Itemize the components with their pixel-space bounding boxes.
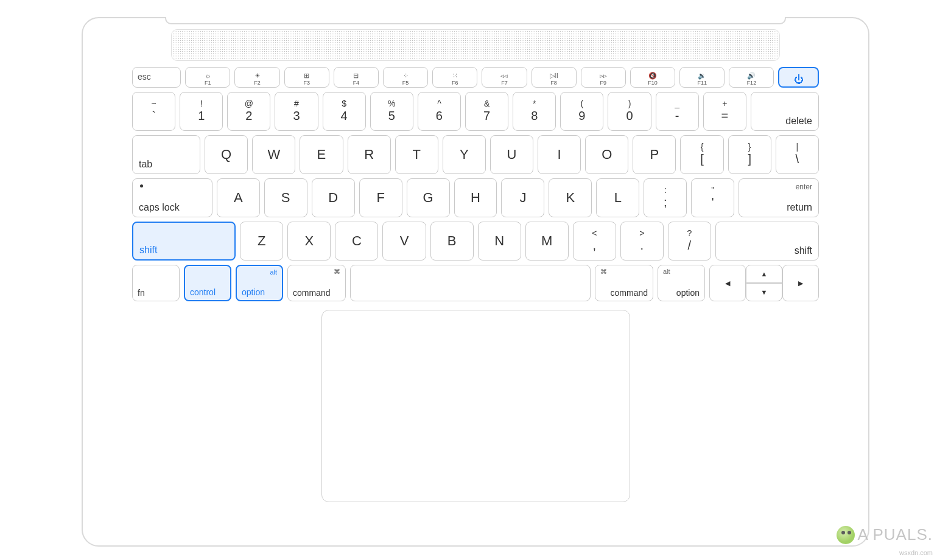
key-q[interactable]: Q (205, 135, 248, 174)
key-4[interactable]: $4 (323, 92, 366, 131)
key-g[interactable]: G (407, 178, 450, 217)
watermark: A PUALS. (837, 525, 933, 544)
key-f[interactable]: F (359, 178, 402, 217)
key-c[interactable]: C (335, 222, 378, 261)
command-icon: ⌘ (600, 268, 607, 276)
launchpad-icon: ⊟ (353, 72, 359, 79)
key-f8[interactable]: ▷IIF8 (532, 67, 577, 88)
speaker-grille (171, 29, 780, 61)
key-m[interactable]: M (525, 222, 569, 261)
key-arrow-right[interactable]: ▶ (782, 265, 819, 301)
key-w[interactable]: W (252, 135, 295, 174)
key-d[interactable]: D (312, 178, 355, 217)
key-i[interactable]: I (538, 135, 581, 174)
key-backtick[interactable]: ~` (132, 92, 175, 131)
command-icon: ⌘ (334, 268, 340, 276)
key-shift-left[interactable]: shift (132, 222, 236, 261)
key-caps-lock[interactable]: caps lock (132, 178, 212, 217)
key-arrow-down[interactable]: ▼ (746, 283, 782, 301)
key-t[interactable]: T (395, 135, 438, 174)
key-f9[interactable]: ▹▹F9 (581, 67, 626, 88)
key-j[interactable]: J (501, 178, 544, 217)
key-a[interactable]: A (217, 178, 260, 217)
key-esc[interactable]: esc (132, 67, 181, 88)
key-power[interactable]: ⏻ (778, 67, 818, 88)
key-o[interactable]: O (585, 135, 628, 174)
play-pause-icon: ▷II (550, 72, 558, 79)
key-command-left[interactable]: ⌘command (287, 265, 346, 301)
key-tab[interactable]: tab (132, 135, 200, 174)
key-quote[interactable]: "' (691, 178, 734, 217)
key-return[interactable]: enterreturn (739, 178, 819, 217)
trackpad[interactable] (321, 310, 630, 502)
hinge (165, 17, 786, 24)
key-backslash[interactable]: |\ (776, 135, 819, 174)
arrow-right-icon: ▶ (798, 279, 803, 287)
key-delete[interactable]: delete (751, 92, 819, 131)
key-arrow-up[interactable]: ▲ (746, 265, 782, 283)
key-h[interactable]: H (454, 178, 497, 217)
key-e[interactable]: E (300, 135, 343, 174)
key-f10[interactable]: 🔇F10 (630, 67, 675, 88)
key-u[interactable]: U (490, 135, 533, 174)
key-shift-right[interactable]: shift (715, 222, 819, 261)
power-icon: ⏻ (794, 74, 804, 85)
key-comma[interactable]: <, (573, 222, 616, 261)
key-8[interactable]: *8 (513, 92, 556, 131)
key-x[interactable]: X (287, 222, 331, 261)
keyboard-bright-icon: ⁙ (452, 72, 458, 79)
key-p[interactable]: P (633, 135, 676, 174)
key-n[interactable]: N (478, 222, 521, 261)
fast-forward-icon: ▹▹ (600, 72, 607, 79)
key-k[interactable]: K (549, 178, 592, 217)
key-f7[interactable]: ◃◃F7 (482, 67, 527, 88)
key-fn[interactable]: fn (132, 265, 180, 301)
key-f2[interactable]: ☀F2 (234, 67, 279, 88)
key-space[interactable] (350, 265, 591, 301)
home-row: caps lock A S D F G H J K L :; "' enterr… (132, 178, 819, 217)
key-minus[interactable]: _- (656, 92, 699, 131)
key-f1[interactable]: ☼F1 (185, 67, 230, 88)
key-5[interactable]: %5 (370, 92, 413, 131)
key-equals[interactable]: += (703, 92, 746, 131)
key-v[interactable]: V (382, 222, 426, 261)
key-option-left[interactable]: altoption (236, 265, 283, 301)
key-bracket-right[interactable]: }] (728, 135, 771, 174)
key-control[interactable]: control (184, 265, 231, 301)
page-background: esc ☼F1 ☀F2 ⊞F3 ⊟F4 ⁘F5 ⁙F6 ◃◃F7 ▷IIF8 ▹… (0, 0, 951, 560)
laptop-frame: esc ☼F1 ☀F2 ⊞F3 ⊟F4 ⁘F5 ⁙F6 ◃◃F7 ▷IIF8 ▹… (82, 17, 869, 547)
key-period[interactable]: >. (620, 222, 664, 261)
key-9[interactable]: (9 (560, 92, 603, 131)
key-f3[interactable]: ⊞F3 (284, 67, 329, 88)
key-slash[interactable]: ?/ (668, 222, 711, 261)
key-7[interactable]: &7 (465, 92, 508, 131)
key-f6[interactable]: ⁙F6 (432, 67, 477, 88)
key-s[interactable]: S (264, 178, 307, 217)
mute-icon: 🔇 (648, 72, 657, 79)
brightness-down-icon: ☼ (205, 72, 211, 79)
volume-down-icon: 🔉 (698, 72, 706, 79)
key-f5[interactable]: ⁘F5 (383, 67, 428, 88)
key-6[interactable]: ^6 (418, 92, 461, 131)
key-2[interactable]: @2 (227, 92, 270, 131)
keyboard-dim-icon: ⁘ (403, 72, 409, 79)
key-option-right[interactable]: altoption (658, 265, 705, 301)
key-l[interactable]: L (596, 178, 639, 217)
key-f4[interactable]: ⊟F4 (334, 67, 379, 88)
key-f11[interactable]: 🔉F11 (679, 67, 725, 88)
key-arrow-left[interactable]: ◀ (709, 265, 746, 301)
key-r[interactable]: R (348, 135, 391, 174)
key-bracket-left[interactable]: {[ (680, 135, 723, 174)
key-semicolon[interactable]: :; (644, 178, 687, 217)
volume-up-icon: 🔊 (747, 72, 756, 79)
key-command-right[interactable]: ⌘command (595, 265, 653, 301)
key-0[interactable]: )0 (608, 92, 651, 131)
key-y[interactable]: Y (443, 135, 486, 174)
function-row: esc ☼F1 ☀F2 ⊞F3 ⊟F4 ⁘F5 ⁙F6 ◃◃F7 ▷IIF8 ▹… (132, 67, 819, 88)
key-f12[interactable]: 🔊F12 (729, 67, 774, 88)
keyboard: esc ☼F1 ☀F2 ⊞F3 ⊟F4 ⁘F5 ⁙F6 ◃◃F7 ▷IIF8 ▹… (132, 67, 819, 301)
key-1[interactable]: !1 (180, 92, 223, 131)
key-z[interactable]: Z (240, 222, 283, 261)
key-3[interactable]: #3 (275, 92, 318, 131)
key-b[interactable]: B (430, 222, 474, 261)
